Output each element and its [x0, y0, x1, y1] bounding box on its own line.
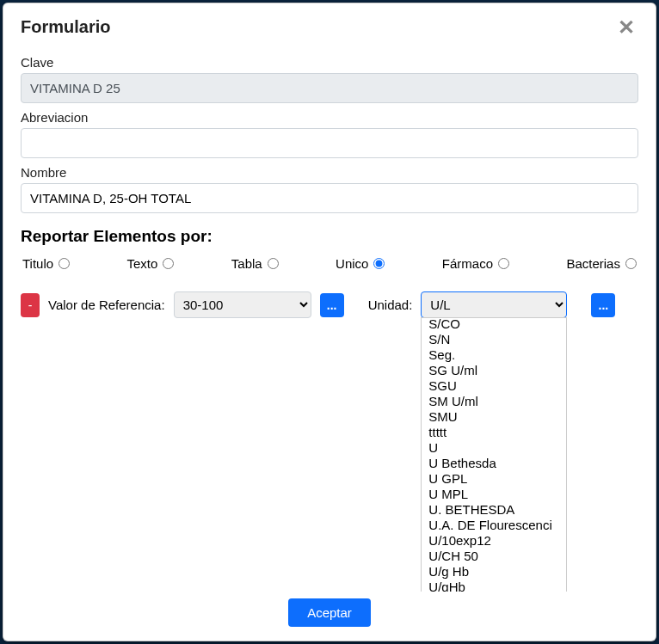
close-icon[interactable]: ✕ [614, 17, 638, 38]
radio-tabla-input[interactable] [268, 258, 279, 269]
radio-unico-input[interactable] [373, 258, 385, 269]
unidad-option[interactable]: Seg. [422, 347, 566, 363]
radio-unico-label: Unico [336, 256, 368, 271]
clave-input [21, 73, 638, 103]
accept-button[interactable]: Aceptar [288, 598, 371, 627]
abreviacion-label: Abreviacion [21, 110, 638, 125]
unidad-dropdown[interactable]: S/COS/NSeg.SG U/mlSGUSM U/mlSMUtttttUU B… [421, 317, 567, 592]
ref-label: Valor de Referencia: [48, 297, 165, 312]
unidad-option[interactable]: SGU [422, 378, 566, 394]
field-clave: Clave [21, 55, 638, 103]
radio-bacterias[interactable]: Bacterias [566, 256, 637, 271]
unidad-option[interactable]: U GPL [422, 471, 566, 487]
unidad-option[interactable]: SMU [422, 409, 566, 425]
nombre-input[interactable] [21, 183, 638, 213]
radio-farmaco-label: Fármaco [442, 256, 493, 271]
radio-bacterias-label: Bacterias [566, 256, 620, 271]
ref-ellipsis-button[interactable]: ... [320, 293, 344, 317]
unidad-option[interactable]: S/CO [422, 317, 566, 332]
unidad-label: Unidad: [368, 297, 413, 312]
modal-footer: Aceptar [3, 592, 656, 641]
section-heading: Reportar Elementos por: [21, 227, 638, 246]
unidad-option[interactable]: SM U/ml [422, 394, 566, 409]
radio-tabla[interactable]: Tabla [231, 256, 279, 271]
radio-unico[interactable]: Unico [336, 256, 385, 271]
modal-dialog: Formulario ✕ Clave Abreviacion Nombre Re… [3, 3, 656, 641]
radio-titulo[interactable]: Titulo [22, 256, 70, 271]
ref-select[interactable]: 30-100 [174, 291, 311, 318]
unidad-option[interactable]: U [422, 440, 566, 456]
unidad-option[interactable]: U Bethesda [422, 456, 566, 471]
unidad-option[interactable]: U/10exp12 [422, 533, 566, 549]
radio-texto[interactable]: Texto [127, 256, 175, 271]
unidad-ellipsis-button[interactable]: ... [591, 293, 615, 317]
unidad-option[interactable]: U.A. DE Flourescenci [422, 518, 566, 533]
unidad-option[interactable]: U/CH 50 [422, 549, 566, 564]
radio-titulo-input[interactable] [59, 258, 70, 269]
radio-farmaco[interactable]: Fármaco [442, 256, 509, 271]
abreviacion-input[interactable] [21, 128, 638, 158]
radio-texto-input[interactable] [163, 258, 174, 269]
unidad-option[interactable]: U MPL [422, 487, 566, 502]
unidad-option[interactable]: S/N [422, 332, 566, 347]
unidad-wrapper: U/L S/COS/NSeg.SG U/mlSGUSM U/mlSMUttttt… [421, 291, 567, 318]
clave-label: Clave [21, 55, 638, 70]
modal-title: Formulario [21, 17, 110, 37]
modal-body: Clave Abreviacion Nombre Reportar Elemen… [3, 48, 656, 592]
modal-header: Formulario ✕ [3, 3, 656, 48]
radio-tabla-label: Tabla [231, 256, 262, 271]
unidad-option[interactable]: SG U/ml [422, 363, 566, 378]
unidad-select[interactable]: U/L [421, 291, 567, 318]
field-abreviacion: Abreviacion [21, 110, 638, 158]
radio-bacterias-input[interactable] [625, 258, 637, 269]
radio-row: Titulo Texto Tabla Unico Fármaco Bacteri… [21, 256, 638, 271]
radio-farmaco-input[interactable] [498, 258, 509, 269]
unidad-option[interactable]: U. BETHESDA [422, 502, 566, 518]
radio-texto-label: Texto [127, 256, 158, 271]
radio-titulo-label: Titulo [22, 256, 53, 271]
unidad-option[interactable]: ttttt [422, 425, 566, 440]
nombre-label: Nombre [21, 165, 638, 180]
unidad-option[interactable]: U/g Hb [422, 564, 566, 580]
reference-row: - Valor de Referencia: 30-100 ... Unidad… [21, 291, 638, 318]
field-nombre: Nombre [21, 165, 638, 213]
unidad-option[interactable]: U/gHb [422, 580, 566, 592]
remove-ref-button[interactable]: - [21, 293, 40, 317]
